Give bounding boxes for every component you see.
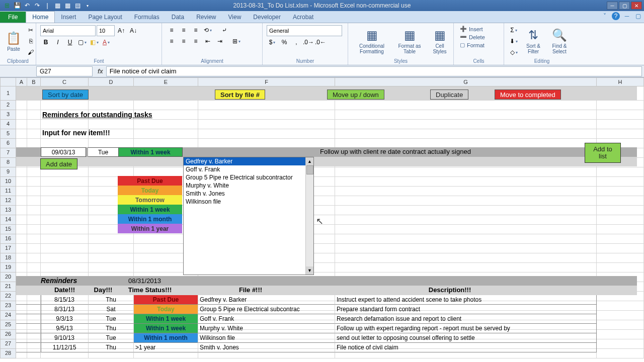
- cell-C13[interactable]: [41, 206, 89, 215]
- align-left-button[interactable]: ≡: [166, 36, 177, 46]
- table-cell[interactable]: [16, 324, 41, 333]
- row-header-10[interactable]: 10: [0, 177, 16, 187]
- cell-A4[interactable]: [16, 120, 27, 129]
- cell-H17[interactable]: [597, 244, 644, 253]
- table-cell[interactable]: Tue: [89, 333, 134, 343]
- row-header-8[interactable]: 8: [0, 158, 16, 167]
- cell-C11[interactable]: [41, 187, 89, 196]
- cell-A19[interactable]: [16, 263, 27, 273]
- table-cell[interactable]: Prepare standard form contract: [335, 305, 597, 314]
- cell-B4[interactable]: [27, 120, 41, 129]
- cell-C16[interactable]: [41, 234, 89, 244]
- underline-button[interactable]: U: [64, 37, 75, 47]
- cell-A14[interactable]: [16, 215, 27, 225]
- align-middle-button[interactable]: ≡: [178, 25, 189, 35]
- cell-A17[interactable]: [16, 244, 27, 253]
- row-header-1[interactable]: 1: [0, 86, 16, 101]
- increase-decimal-button[interactable]: .0→: [303, 37, 314, 47]
- col-header-G[interactable]: G: [335, 77, 597, 86]
- grid2-icon[interactable]: ▦: [63, 2, 71, 10]
- dropdown-option[interactable]: Gedfrey v. Barker: [184, 157, 313, 165]
- cell-C17[interactable]: [41, 244, 89, 253]
- cell-G5[interactable]: [335, 129, 597, 139]
- cell-G9[interactable]: [335, 167, 597, 177]
- move-to-completed-button[interactable]: Move to completed: [495, 89, 561, 100]
- cell-G13[interactable]: [335, 206, 597, 215]
- table-cell[interactable]: Within 1 week: [134, 314, 198, 324]
- cell-B9[interactable]: [27, 167, 41, 177]
- decrease-decimal-button[interactable]: .0←: [315, 37, 326, 47]
- number-format-select[interactable]: [267, 25, 342, 36]
- add-to-list-button[interactable]: Add to list: [585, 143, 621, 163]
- font-size-select[interactable]: [97, 25, 115, 36]
- scroll-down-icon[interactable]: ▼: [306, 266, 313, 275]
- cell-C12[interactable]: [41, 196, 89, 206]
- table-cell[interactable]: Within 1 month: [134, 333, 198, 343]
- cell-B16[interactable]: [27, 234, 41, 244]
- sheet-icon[interactable]: ▤: [73, 2, 82, 10]
- cell-H10[interactable]: [597, 177, 644, 187]
- cell-B19[interactable]: [27, 263, 41, 273]
- cell-H16[interactable]: [597, 234, 644, 244]
- cell-G17[interactable]: [335, 244, 597, 253]
- comma-button[interactable]: ,: [291, 37, 302, 47]
- file-dropdown-list[interactable]: Gedfrey v. BarkerGoff v. FrankGroup 5 Pi…: [183, 157, 314, 275]
- row-header-15[interactable]: 15: [0, 225, 16, 234]
- cell-B3[interactable]: [27, 110, 41, 120]
- cell-A13[interactable]: [16, 206, 27, 215]
- add-date-button[interactable]: Add date: [40, 158, 77, 169]
- col-header-C[interactable]: C: [41, 77, 89, 86]
- grid-icon[interactable]: ▦: [53, 2, 61, 10]
- dropdown-option[interactable]: Wilkinson file: [184, 198, 313, 206]
- row-header-27[interactable]: 27: [0, 339, 16, 349]
- row-header-17[interactable]: 17: [0, 244, 16, 253]
- cell-G2[interactable]: [335, 101, 597, 110]
- border-button[interactable]: ▢: [76, 37, 88, 47]
- tab-view[interactable]: View: [222, 12, 248, 23]
- align-bottom-button[interactable]: ≡: [190, 25, 201, 35]
- cell-G16[interactable]: [335, 234, 597, 244]
- row-header-21[interactable]: 21: [0, 282, 16, 292]
- cell-H5[interactable]: [597, 129, 644, 139]
- table-cell[interactable]: 9/10/13: [41, 333, 89, 343]
- row-header-7[interactable]: 7: [0, 148, 16, 158]
- col-header-F[interactable]: F: [198, 77, 335, 86]
- col-header-B[interactable]: B: [27, 77, 41, 86]
- row-header-9[interactable]: 9: [0, 167, 16, 177]
- cell-A5[interactable]: [16, 129, 27, 139]
- row-header-4[interactable]: 4: [0, 120, 16, 129]
- name-box[interactable]: [36, 66, 93, 76]
- clear-button[interactable]: ◇: [508, 47, 519, 57]
- table-cell[interactable]: Past Due: [134, 295, 198, 305]
- help-icon[interactable]: ?: [612, 12, 620, 20]
- indent-inc-button[interactable]: ⇥: [214, 36, 225, 46]
- cell-E2[interactable]: [134, 101, 198, 110]
- cell-G10[interactable]: [335, 177, 597, 187]
- row-header-16[interactable]: 16: [0, 234, 16, 244]
- format-cells-button[interactable]: ▢Format: [458, 41, 500, 49]
- tab-review[interactable]: Review: [190, 12, 222, 23]
- dropdown-option[interactable]: Goff v. Frank: [184, 165, 313, 173]
- cell-A3[interactable]: [16, 110, 27, 120]
- window-restore-icon[interactable]: ▢: [634, 12, 642, 20]
- col-header-A[interactable]: A: [16, 77, 27, 86]
- cell-H2[interactable]: [597, 101, 644, 110]
- table-cell[interactable]: [16, 333, 41, 343]
- cell-H13[interactable]: [597, 206, 644, 215]
- cell-C14[interactable]: [41, 215, 89, 225]
- minimize-button[interactable]: ─: [607, 2, 618, 10]
- tab-file[interactable]: File: [0, 12, 26, 23]
- table-cell[interactable]: 9/3/13: [41, 314, 89, 324]
- table-cell[interactable]: 9/5/13: [41, 324, 89, 333]
- cell-A18[interactable]: [16, 253, 27, 263]
- row-header-13[interactable]: 13: [0, 206, 16, 215]
- row-header-5[interactable]: 5: [0, 129, 16, 139]
- cell-G4[interactable]: [335, 120, 597, 129]
- col-header-E[interactable]: E: [134, 77, 198, 86]
- maximize-button[interactable]: ▢: [619, 2, 630, 10]
- col-header-D[interactable]: D: [89, 77, 134, 86]
- cell-H19[interactable]: [597, 263, 644, 273]
- delete-cells-button[interactable]: ➖Delete: [458, 33, 500, 41]
- table-cell[interactable]: [16, 295, 41, 305]
- row-header-24[interactable]: 24: [0, 311, 16, 320]
